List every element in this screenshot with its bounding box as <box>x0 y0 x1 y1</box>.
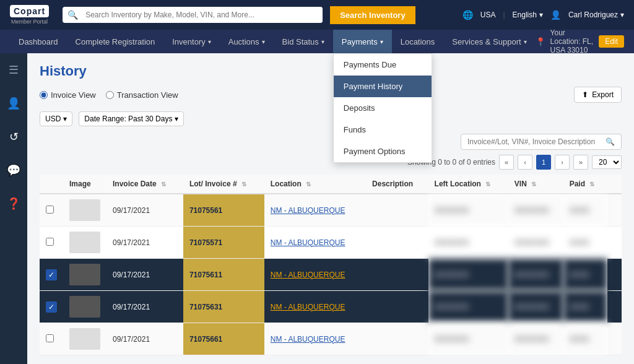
menu-funds[interactable]: Funds <box>334 119 432 141</box>
nav-complete-registration[interactable]: Complete Registration <box>67 30 164 53</box>
row1-checkbox-cell[interactable] <box>40 194 63 227</box>
row5-lot[interactable]: 71075661 <box>183 323 264 355</box>
menu-payments-due[interactable]: Payments Due <box>334 54 432 76</box>
row5-checkbox[interactable] <box>46 334 54 342</box>
row3-lot[interactable]: 71075611 <box>183 259 264 291</box>
search-inventory-button[interactable]: Search Inventory <box>330 6 415 24</box>
main-layout: ☰ 👤 ↺ 💬 ❓ History Invoice View Transacti… <box>0 53 634 364</box>
table-row: 09/17/2021 71075661 NM - ALBUQUERQUE XXX… <box>40 323 622 355</box>
sort-lot-icon: ⇅ <box>241 181 246 188</box>
menu-payment-options[interactable]: Payment Options <box>334 141 432 162</box>
row1-paid: XXXX <box>563 194 607 227</box>
first-page-button[interactable]: « <box>499 155 514 170</box>
row5-checkbox-cell[interactable] <box>40 323 63 355</box>
table-body: 09/17/2021 71075561 NM - ALBUQUERQUE XXX… <box>40 194 622 355</box>
row1-lot[interactable]: 71075561 <box>183 194 264 227</box>
row3-description <box>366 259 428 291</box>
per-page-selector[interactable]: 20 <box>592 155 622 169</box>
table-header: Image Invoice Date ⇅ Lot/ Invoice # ⇅ Lo… <box>40 175 622 194</box>
search-input[interactable] <box>83 7 323 23</box>
invoice-view-radio[interactable]: Invoice View <box>40 90 96 100</box>
data-table: Image Invoice Date ⇅ Lot/ Invoice # ⇅ Lo… <box>40 175 622 355</box>
sort-paid-icon: ⇅ <box>589 181 594 188</box>
region-label[interactable]: USA <box>480 11 496 19</box>
row5-left-location: XXXXXXX <box>428 323 508 355</box>
row2-location[interactable]: NM - ALBUQUERQUE <box>264 227 366 259</box>
divider: | <box>503 11 505 19</box>
row1-checkbox[interactable] <box>46 206 54 214</box>
row5-paid: XXXX <box>563 323 607 355</box>
menu-deposits[interactable]: Deposits <box>334 97 432 119</box>
top-right-actions: 🌐 USA | English ▾ 👤 Carl Rodriguez ▾ <box>462 10 624 20</box>
prev-page-button[interactable]: ‹ <box>518 155 532 170</box>
row3-location[interactable]: NM - ALBUQUERQUE <box>264 259 366 291</box>
row4-left-location: XXXXXXX <box>428 291 508 323</box>
row5-location[interactable]: NM - ALBUQUERQUE <box>264 323 366 355</box>
row2-checkbox-cell[interactable] <box>40 227 63 259</box>
sidebar-user-icon[interactable]: 👤 <box>3 93 24 114</box>
edit-location-button[interactable]: Edit <box>599 35 624 48</box>
row3-checkbox-cell[interactable]: ✓ <box>40 259 63 291</box>
row2-lot[interactable]: 71075571 <box>183 227 264 259</box>
row5-image <box>63 323 106 355</box>
bid-status-arrow-icon: ▾ <box>321 38 324 45</box>
nav-dashboard[interactable]: Dashboard <box>10 30 67 53</box>
row5-description <box>366 323 428 355</box>
th-paid[interactable]: Paid ⇅ <box>563 175 607 194</box>
currency-selector[interactable]: USD ▾ <box>40 111 72 126</box>
row5-vin: XXXXXXX <box>508 323 563 355</box>
sidebar-history-icon[interactable]: ↺ <box>6 126 22 147</box>
nav-payments[interactable]: Payments ▾ Payments Due Payment History … <box>333 30 392 53</box>
nav-bid-status[interactable]: Bid Status ▾ <box>274 30 333 53</box>
row4-checkbox-cell[interactable]: ✓ <box>40 291 63 323</box>
payments-dropdown-menu: Payments Due Payment History Deposits Fu… <box>333 53 432 163</box>
member-portal-label: Member Portal <box>11 19 48 25</box>
language-label: English <box>513 11 537 19</box>
row3-paid: XXXX <box>563 259 607 291</box>
th-actions <box>607 175 622 194</box>
export-icon: ⬆ <box>582 90 588 99</box>
row1-date: 09/17/2021 <box>106 194 183 227</box>
next-page-button[interactable]: › <box>555 155 570 170</box>
date-range-selector[interactable]: Date Range: Past 30 Days ▾ <box>79 111 184 126</box>
row1-extra <box>607 194 622 227</box>
th-location[interactable]: Location ⇅ <box>264 175 366 194</box>
sidebar-feedback-icon[interactable]: 💬 <box>3 160 24 181</box>
row2-description <box>366 227 428 259</box>
row4-paid: XXXX <box>563 291 607 323</box>
user-menu[interactable]: Carl Rodriguez ▾ <box>568 11 624 19</box>
row1-description <box>366 194 428 227</box>
nav-services[interactable]: Services & Support ▾ <box>443 30 535 53</box>
table-row: 09/17/2021 71075561 NM - ALBUQUERQUE XXX… <box>40 194 622 227</box>
row3-vin: XXXXXXX <box>508 259 563 291</box>
th-lot-invoice[interactable]: Lot/ Invoice # ⇅ <box>183 175 264 194</box>
row4-image <box>63 291 106 323</box>
row4-lot[interactable]: 71075631 <box>183 291 264 323</box>
th-invoice-date[interactable]: Invoice Date ⇅ <box>106 175 183 194</box>
logo-area: Copart Member Portal <box>10 5 49 25</box>
menu-payment-history[interactable]: Payment History <box>334 76 432 97</box>
th-left-location[interactable]: Left Location ⇅ <box>428 175 508 194</box>
th-vin[interactable]: VIN ⇅ <box>508 175 563 194</box>
th-description: Description <box>366 175 428 194</box>
transaction-view-radio[interactable]: Transaction View <box>106 90 178 100</box>
page-1-button[interactable]: 1 <box>536 155 551 170</box>
nav-inventory[interactable]: Inventory ▾ <box>163 30 219 53</box>
row1-location[interactable]: NM - ALBUQUERQUE <box>264 194 366 227</box>
last-page-button[interactable]: » <box>573 155 588 170</box>
sidebar-menu-icon[interactable]: ☰ <box>5 59 22 80</box>
row2-checkbox[interactable] <box>46 238 54 246</box>
language-selector[interactable]: English ▾ <box>513 11 543 19</box>
row3-extra <box>607 259 622 291</box>
sidebar-help-icon[interactable]: ❓ <box>3 193 24 214</box>
row4-extra <box>607 291 622 323</box>
sort-location-icon: ⇅ <box>306 181 311 188</box>
export-button[interactable]: ⬆ Export <box>574 87 622 103</box>
row4-location[interactable]: NM - ALBUQUERQUE <box>264 291 366 323</box>
row2-vin: XXXXXXX <box>508 227 563 259</box>
row2-date: 09/17/2021 <box>106 227 183 259</box>
nav-auctions[interactable]: Auctions ▾ <box>220 30 274 53</box>
table-search-input[interactable] <box>467 137 606 146</box>
sort-invoice-date-icon: ⇅ <box>161 181 166 188</box>
nav-locations[interactable]: Locations <box>392 30 444 53</box>
